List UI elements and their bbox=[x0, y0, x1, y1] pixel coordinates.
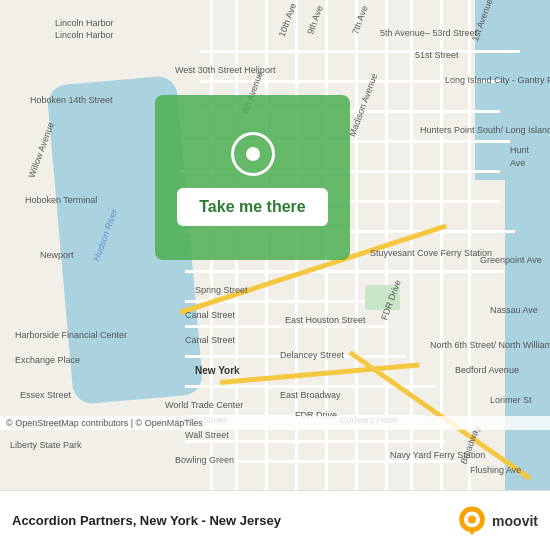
map-attribution: © OpenStreetMap contributors | © OpenMap… bbox=[0, 416, 550, 430]
street-h8 bbox=[185, 270, 505, 273]
map-container: Lincoln HarborLincoln HarborHoboken 14th… bbox=[0, 0, 550, 490]
park1 bbox=[365, 285, 400, 310]
svg-point-2 bbox=[468, 515, 476, 523]
moovit-text: moovit bbox=[492, 513, 538, 529]
destination-overlay: Take me there bbox=[155, 95, 350, 260]
pin-inner-dot bbox=[246, 147, 260, 161]
location-pin bbox=[229, 130, 277, 178]
take-me-there-button[interactable]: Take me there bbox=[177, 188, 327, 226]
pin-outer-ring bbox=[231, 132, 275, 176]
bottom-bar: Accordion Partners, New York - New Jerse… bbox=[0, 490, 550, 550]
street-h2 bbox=[200, 80, 500, 83]
moovit-icon bbox=[456, 505, 488, 537]
street-h15 bbox=[185, 460, 475, 463]
street-h1 bbox=[200, 50, 520, 53]
location-label: Accordion Partners, New York - New Jerse… bbox=[12, 513, 281, 528]
moovit-logo: moovit bbox=[456, 505, 538, 537]
east-river-2 bbox=[475, 0, 505, 180]
street-h14 bbox=[185, 440, 445, 443]
